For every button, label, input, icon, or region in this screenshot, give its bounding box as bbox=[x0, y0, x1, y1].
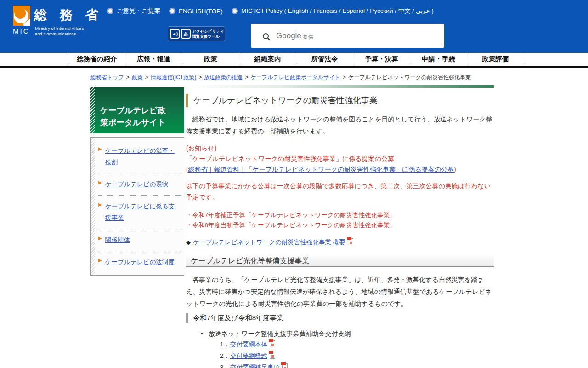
section-body: 各事業のうち、「ケーブルテレビ光化等整備支援事業」は、近年、多発・激甚化する自然… bbox=[186, 274, 494, 310]
breadcrumb-home[interactable]: 総務省トップ bbox=[90, 74, 124, 80]
arrow-right-icon: ▶ bbox=[98, 202, 102, 207]
green-gradient-bar bbox=[186, 85, 494, 88]
doc-link-koufu-hosoku[interactable]: 交付要綱補足事項 bbox=[230, 364, 280, 368]
breadcrumb-policy[interactable]: 政策 bbox=[132, 74, 143, 80]
search-icon bbox=[263, 33, 269, 39]
pdf-icon bbox=[348, 238, 353, 245]
overview-pdf-link[interactable]: ケーブルテレビネットワークの耐災害性強化事業 概要 bbox=[193, 239, 345, 246]
ministry-name-jp: 総 務 省 bbox=[34, 6, 103, 24]
sidebar-item-label: 関係団体 bbox=[105, 236, 130, 243]
doc-number: 1． bbox=[220, 341, 230, 348]
sidebar-item-label: ケーブルテレビの現状 bbox=[105, 181, 168, 188]
doc-row-1: 1．交付要綱本体 bbox=[220, 339, 494, 350]
mic-acronym: MIC bbox=[13, 27, 30, 35]
circle-bullet-icon bbox=[170, 9, 174, 13]
arrow-right-icon: ▶ bbox=[98, 180, 102, 185]
notice-block: (お知らせ) 「ケーブルテレビネットワークの耐災害性強化事業」に係る提案の公募 … bbox=[186, 143, 494, 175]
doc-row-3: 3．交付要綱補足事項 bbox=[220, 362, 494, 368]
global-nav: 総務省の紹介 広報・報道 政策 組織案内 所管法令 予算・決算 申請・手続 政策… bbox=[0, 53, 588, 66]
sidebar-item-label: ケーブルテレビに係る支援事業 bbox=[105, 203, 175, 221]
breadcrumb-broadcast[interactable]: 放送政策の推進 bbox=[204, 74, 243, 80]
section-heading: ケーブルテレビ光化等整備支援事業 bbox=[186, 255, 494, 267]
sidebar-item-legal[interactable]: ▶ ケーブルテレビの法制度 bbox=[98, 251, 181, 273]
logo-ball-shape bbox=[15, 8, 26, 19]
nav-item-application[interactable]: 申請・手続 bbox=[410, 53, 467, 66]
sidebar-portal-banner[interactable]: ケーブルテレビ政 策ポータルサイト bbox=[90, 87, 184, 133]
sidebar-item-label: ケーブルテレビの沿革・役割 bbox=[105, 147, 175, 166]
mic-logo[interactable]: MIC 総 務 省 Ministry of Internal Affairs a… bbox=[13, 5, 105, 49]
sidebar-menu: ▶ ケーブルテレビの沿革・役割 ▶ ケーブルテレビの現状 ▶ ケーブルテレビに係… bbox=[90, 137, 184, 276]
sidebar-portal-title-line1: ケーブルテレビ政 bbox=[100, 104, 165, 116]
ministry-name-en: Ministry of Internal Affairs and Communi… bbox=[35, 26, 84, 36]
overview-link-row: ◆ケーブルテレビネットワークの耐災害性強化事業 概要 bbox=[186, 238, 494, 247]
arrow-right-icon: ▶ bbox=[98, 146, 102, 151]
page-title: ケーブルテレビネットワークの耐災害性強化事業 bbox=[186, 94, 494, 107]
warning-paragraph: 以下の予算事業にかかる公募は一次公募の段階で多数応募につき、第二次、第三次公募の… bbox=[186, 180, 494, 202]
sidebar-item-history[interactable]: ▶ ケーブルテレビの沿革・役割 bbox=[98, 140, 181, 173]
circle-bullet-icon bbox=[233, 9, 237, 13]
site-header: MIC 総 務 省 Ministry of Internal Affairs a… bbox=[0, 0, 588, 53]
english-top-link-label: ENGLISH(TOP) bbox=[179, 8, 223, 15]
arrow-right-icon: ▶ bbox=[98, 258, 102, 263]
notice-line1: (お知らせ) bbox=[186, 143, 494, 154]
feedback-link[interactable]: ご意見・ご提案 bbox=[107, 6, 160, 16]
budget-item-r7: ・令和7年度補正予算「ケーブルテレビネットワークの耐災害性強化事業」 bbox=[186, 210, 494, 220]
ict-policy-link-label: MIC ICT Policy ( English / Français / Es… bbox=[241, 7, 434, 15]
pdf-icon bbox=[270, 340, 275, 347]
breadcrumb-current: ケーブルテレビネットワークの耐災害性強化事業 bbox=[348, 74, 471, 80]
nav-item-evaluation[interactable]: 政策評価 bbox=[467, 53, 524, 66]
sidebar-item-support[interactable]: ▶ ケーブルテレビに係る支援事業 bbox=[98, 196, 181, 229]
notice-line3: (総務省｜報道資料｜「ケーブルテレビネットワークの耐災害性強化事業」に係る提案の… bbox=[186, 164, 494, 175]
hiragana-a-icon: あ bbox=[181, 29, 191, 39]
breadcrumb-catv-portal[interactable]: ケーブルテレビ政策ポータルサイト bbox=[251, 74, 340, 80]
breadcrumb-ict[interactable]: 情報通信(ICT政策) bbox=[151, 74, 196, 80]
nav-item-organization[interactable]: 組織案内 bbox=[239, 53, 296, 66]
nav-item-about[interactable]: 総務省の紹介 bbox=[68, 53, 125, 66]
accessibility-tool-badge[interactable]: ◄) あ アクセシビリティ 閲覧支援ツール bbox=[168, 26, 225, 41]
ministry-name-en-line2: and Communications bbox=[35, 31, 84, 37]
press-release-link[interactable]: 総務省｜報道資料｜「ケーブルテレビネットワークの耐災害性強化事業」に係る提案の公… bbox=[188, 166, 454, 173]
accessibility-badge-line2: 閲覧支援ツール bbox=[192, 34, 224, 39]
breadcrumb-separator: > bbox=[198, 74, 202, 80]
nav-item-policy[interactable]: 政策 bbox=[182, 53, 239, 66]
accessibility-badge-line1: アクセシビリティ bbox=[192, 29, 224, 34]
sidebar-portal-title-line2: 策ポータルサイト bbox=[100, 116, 165, 128]
pdf-icon bbox=[282, 363, 288, 368]
notice-line2: 「ケーブルテレビネットワークの耐災害性強化事業」に係る提案の公募 bbox=[186, 154, 494, 164]
subsection-heading: 令和7年度及び令和8年度事業 bbox=[186, 313, 494, 323]
ict-policy-link[interactable]: MIC ICT Policy ( English / Français / Es… bbox=[232, 6, 434, 16]
sidebar-item-label: ケーブルテレビの法制度 bbox=[105, 259, 175, 265]
global-nav-items: 総務省の紹介 広報・報道 政策 組織案内 所管法令 予算・決算 申請・手続 政策… bbox=[68, 53, 524, 66]
intro-paragraph: 総務省では、地域における放送ネットワークの整備を図ることを目的として行う、放送ネ… bbox=[186, 113, 494, 137]
doc-link-koufu-hontai[interactable]: 交付要綱本体 bbox=[230, 341, 267, 348]
nav-item-laws[interactable]: 所管法令 bbox=[296, 53, 353, 66]
site-search-box[interactable]: Google 提供 bbox=[251, 24, 444, 48]
ministry-name-en-line1: Ministry of Internal Affairs bbox=[35, 26, 84, 31]
mic-logo-icon bbox=[13, 6, 30, 26]
breadcrumb: 総務省トップ>政策>情報通信(ICT政策)>放送政策の推進>ケーブルテレビ政策ポ… bbox=[90, 74, 550, 81]
english-top-link[interactable]: ENGLISH(TOP) bbox=[169, 6, 223, 16]
breadcrumb-separator: > bbox=[245, 74, 249, 80]
circle-bullet-icon bbox=[108, 9, 112, 13]
nav-item-budget[interactable]: 予算・決算 bbox=[353, 53, 410, 66]
nav-item-press[interactable]: 広報・報道 bbox=[125, 53, 182, 66]
doc-number: 2． bbox=[220, 352, 230, 359]
hatch-pattern bbox=[90, 87, 95, 133]
sidebar-item-organizations[interactable]: ▶ 関係団体 bbox=[98, 229, 181, 251]
nav-bottom-bar bbox=[0, 66, 588, 68]
budget-item-r8: ・令和8年度当初予算「ケーブルテレビネットワークの耐災害性強化事業」 bbox=[186, 220, 494, 230]
sidebar-item-current-state[interactable]: ▶ ケーブルテレビの現状 bbox=[98, 173, 181, 196]
page: MIC 総 務 省 Ministry of Internal Affairs a… bbox=[0, 0, 588, 368]
doc-row-2: 2．交付要綱様式 bbox=[220, 351, 494, 361]
doc-link-koufu-yoshiki[interactable]: 交付要綱様式 bbox=[230, 352, 267, 359]
sidebar-portal-title: ケーブルテレビ政 策ポータルサイト bbox=[100, 104, 165, 128]
arrow-right-icon: ▶ bbox=[98, 236, 102, 241]
breadcrumb-separator: > bbox=[126, 74, 130, 80]
breadcrumb-separator: > bbox=[343, 74, 346, 80]
feedback-link-label: ご意見・ご提案 bbox=[117, 7, 160, 15]
hatch-pattern bbox=[91, 138, 95, 275]
paren-close: ) bbox=[454, 166, 456, 173]
budget-list: ・令和7年度補正予算「ケーブルテレビネットワークの耐災害性強化事業」 ・令和8年… bbox=[186, 210, 494, 230]
main-content: ケーブルテレビネットワークの耐災害性強化事業 総務省では、地域における放送ネット… bbox=[186, 85, 494, 368]
search-engine-label: Google bbox=[276, 31, 301, 40]
